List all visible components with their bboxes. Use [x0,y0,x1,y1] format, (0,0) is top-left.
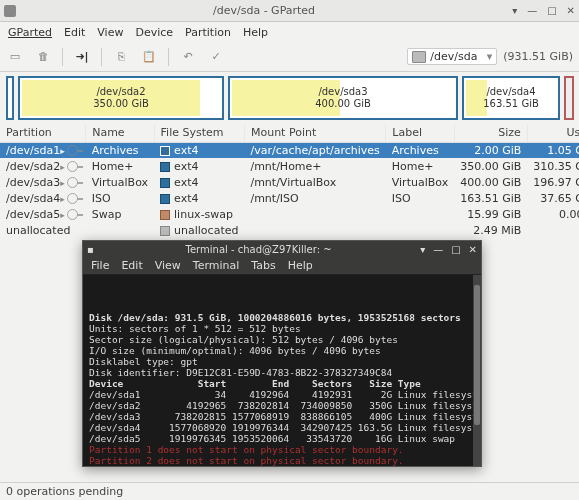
copy-icon[interactable]: ⎘ [112,48,130,66]
key-icon [67,209,78,220]
graph-sda2[interactable]: /dev/sda2350.00 GiB [18,76,224,120]
fs-color-icon [160,162,170,172]
device-name: /dev/sda [430,50,477,63]
graph-dev: /dev/sda4 [483,86,539,98]
terminal-body[interactable]: Disk /dev/sda: 931.5 GiB, 1000204886016 … [83,275,481,466]
status-text: 0 operations pending [6,485,123,498]
terminal-menubar: File Edit View Terminal Tabs Help [83,257,481,275]
toolbar: ▭ 🗑 ➜| ⎘ 📋 ↶ ✓ /dev/sda ▾ (931.51 GiB) [0,42,579,72]
scrollbar-thumb[interactable] [474,285,480,425]
terminal-scrollbar[interactable] [473,275,481,466]
graph-size: 400.00 GiB [315,98,371,110]
menu-view[interactable]: View [91,24,129,41]
fs-color-icon [160,210,170,220]
window-titlebar: /dev/sda - GParted ▾ — □ ✕ [0,0,579,22]
window-title: /dev/sda - GParted [16,4,512,17]
terminal-title: Terminal - chad@Z97Killer: ~ [97,244,420,255]
table-row[interactable]: /dev/sda3▸VirtualBoxext4/mnt/VirtualBoxV… [0,174,579,190]
table-header: Partition Name File System Mount Point L… [0,124,579,142]
table-row[interactable]: /dev/sda2▸Home+ext4/mnt/Home+Home+350.00… [0,158,579,174]
separator [101,48,102,66]
menu-device[interactable]: Device [129,24,179,41]
separator [168,48,169,66]
minimize-icon[interactable]: — [527,5,537,16]
partition-table: Partition Name File System Mount Point L… [0,124,579,238]
term-minimize-icon[interactable]: — [433,244,443,255]
col-label[interactable]: Label [386,124,454,142]
apply-icon[interactable]: ✓ [207,48,225,66]
term-menu-help[interactable]: Help [282,259,319,272]
menu-edit[interactable]: Edit [58,24,91,41]
table-row[interactable]: unallocatedunallocated2.49 MiB------ [0,222,579,238]
menubar: GParted Edit View Device Partition Help [0,22,579,42]
terminal-titlebar: ▪ Terminal - chad@Z97Killer: ~ ▾ — □ ✕ [83,241,481,257]
col-fs[interactable]: File System [154,124,244,142]
key-icon [67,145,78,156]
resize-icon[interactable]: ➜| [73,48,91,66]
fs-color-icon [160,194,170,204]
pin-icon[interactable]: ▾ [512,5,517,16]
table-row[interactable]: /dev/sda4▸ISOext4/mnt/ISOISO163.51 GiB37… [0,190,579,206]
graph-swap[interactable] [564,76,574,120]
app-icon [4,5,16,17]
col-partition[interactable]: Partition [0,124,86,142]
col-size[interactable]: Size [454,124,527,142]
fs-color-icon [160,146,170,156]
chevron-down-icon: ▾ [487,50,493,63]
term-menu-edit[interactable]: Edit [115,259,148,272]
table-row[interactable]: /dev/sda5▸Swaplinux-swap15.99 GiB0.00 B1… [0,206,579,222]
paste-icon[interactable]: 📋 [140,48,158,66]
key-icon [67,193,78,204]
term-menu-terminal[interactable]: Terminal [187,259,246,272]
window-buttons: ▾ — □ ✕ [512,5,575,16]
new-icon[interactable]: ▭ [6,48,24,66]
col-name[interactable]: Name [86,124,154,142]
col-used[interactable]: Used [527,124,579,142]
key-icon [67,177,78,188]
fs-color-icon [160,178,170,188]
graph-sda3[interactable]: /dev/sda3400.00 GiB [228,76,458,120]
device-selector[interactable]: /dev/sda ▾ [407,48,497,65]
statusbar: 0 operations pending [0,482,579,500]
term-pin-icon[interactable]: ▾ [420,244,425,255]
key-icon [67,161,78,172]
menu-partition[interactable]: Partition [179,24,237,41]
table-row[interactable]: /dev/sda1▸Archivesext4/var/cache/apt/arc… [0,142,579,158]
terminal-icon: ▪ [87,244,97,255]
menu-gparted[interactable]: GParted [2,24,58,41]
col-mount[interactable]: Mount Point [244,124,385,142]
term-menu-tabs[interactable]: Tabs [245,259,281,272]
hdd-icon [412,51,426,63]
graph-dev: /dev/sda3 [315,86,371,98]
graph-dev: /dev/sda2 [93,86,149,98]
undo-icon[interactable]: ↶ [179,48,197,66]
partition-graph: /dev/sda2350.00 GiB /dev/sda3400.00 GiB … [0,72,579,124]
delete-icon[interactable]: 🗑 [34,48,52,66]
term-close-icon[interactable]: ✕ [469,244,477,255]
graph-size: 163.51 GiB [483,98,539,110]
fs-color-icon [160,226,170,236]
menu-help[interactable]: Help [237,24,274,41]
term-maximize-icon[interactable]: □ [451,244,460,255]
graph-size: 350.00 GiB [93,98,149,110]
graph-sda1[interactable] [6,76,14,120]
terminal-window[interactable]: ▪ Terminal - chad@Z97Killer: ~ ▾ — □ ✕ F… [82,240,482,467]
close-icon[interactable]: ✕ [567,5,575,16]
maximize-icon[interactable]: □ [547,5,556,16]
device-size: (931.51 GiB) [503,50,573,63]
term-menu-view[interactable]: View [149,259,187,272]
term-menu-file[interactable]: File [85,259,115,272]
graph-sda4[interactable]: /dev/sda4163.51 GiB [462,76,560,120]
separator [62,48,63,66]
